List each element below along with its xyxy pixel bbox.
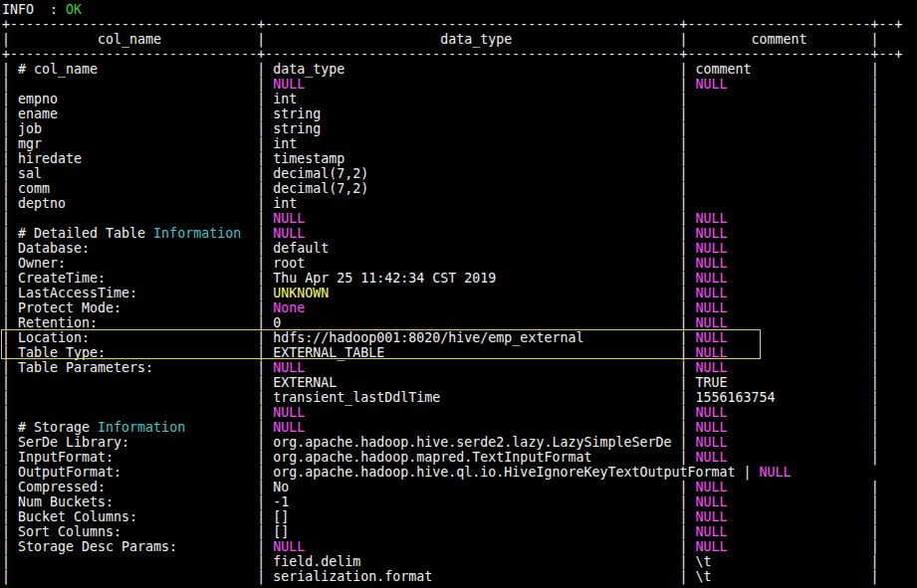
terminal-line: | Sort Columns: | [] | NULL |: [2, 524, 917, 539]
terminal-line: | Storage Desc Params: | NULL | NULL |: [2, 539, 917, 554]
terminal-line: | Protect Mode: | None | NULL |: [2, 300, 917, 315]
status-line: INFO : OK: [2, 2, 917, 17]
terminal-line: | mgr | int | |: [2, 136, 917, 151]
terminal-line: | | field.delim | \t |: [2, 554, 917, 569]
terminal-line: | SerDe Library: | org.apache.hadoop.hiv…: [2, 435, 917, 450]
terminal-line: | Database: | default | NULL |: [2, 241, 917, 256]
terminal-line: | InputFormat: | org.apache.hadoop.mapre…: [2, 450, 917, 465]
terminal-line: | job | string | |: [2, 121, 917, 136]
terminal-line: | Retention: | 0 | NULL |: [2, 315, 917, 330]
terminal-line: | sal | decimal(7,2) | |: [2, 166, 917, 181]
terminal-line: | # col_name | data_type | comment |: [2, 62, 917, 77]
terminal-line: | Table Type: | EXTERNAL_TABLE | NULL |: [2, 345, 917, 360]
terminal-line: | hiredate | timestamp | |: [2, 151, 917, 166]
terminal-line: | # Detailed Table Information | NULL | …: [2, 226, 917, 241]
terminal-line: | deptno | int | |: [2, 196, 917, 211]
terminal-line: | # Storage Information | NULL | NULL |: [2, 420, 917, 435]
terminal-line: | comm | decimal(7,2) | |: [2, 181, 917, 196]
terminal-line: +-------------------------------+-------…: [2, 17, 917, 32]
terminal-line: | Owner: | root | NULL |: [2, 256, 917, 271]
terminal-line: | col_name | data_type | comment |: [2, 32, 917, 47]
terminal-line: | | EXTERNAL | TRUE |: [2, 375, 917, 390]
terminal-line: | Table Parameters: | NULL | NULL |: [2, 360, 917, 375]
terminal-line: | | NULL | NULL |: [2, 405, 917, 420]
terminal-line: | | NULL | NULL |: [2, 211, 917, 226]
terminal-line: | | transient_lastDdlTime | 1556163754 |: [2, 390, 917, 405]
terminal-line: | | NULL | NULL |: [2, 77, 917, 92]
terminal-line: | empno | int | |: [2, 92, 917, 106]
terminal-line: | CreateTime: | Thu Apr 25 11:42:34 CST …: [2, 271, 917, 286]
terminal-line: | | serialization.format | \t |: [2, 569, 917, 584]
terminal-line: +-------------------------------+-------…: [2, 47, 917, 62]
terminal-line: | OutputFormat: | org.apache.hadoop.hive…: [2, 465, 917, 480]
terminal-line: | ename | string | |: [2, 106, 917, 121]
terminal-line: | Location: | hdfs://hadoop001:8020/hive…: [2, 330, 917, 345]
terminal-line: | Bucket Columns: | [] | NULL |: [2, 509, 917, 524]
terminal-screen: INFO : OK +-----------------------------…: [0, 0, 917, 588]
terminal-line: | Num Buckets: | -1 | NULL |: [2, 494, 917, 509]
terminal-line: | LastAccessTime: | UNKNOWN | NULL |: [2, 286, 917, 300]
terminal-line: | Compressed: | No | NULL |: [2, 480, 917, 494]
describe-table: +-------------------------------+-------…: [2, 17, 917, 584]
